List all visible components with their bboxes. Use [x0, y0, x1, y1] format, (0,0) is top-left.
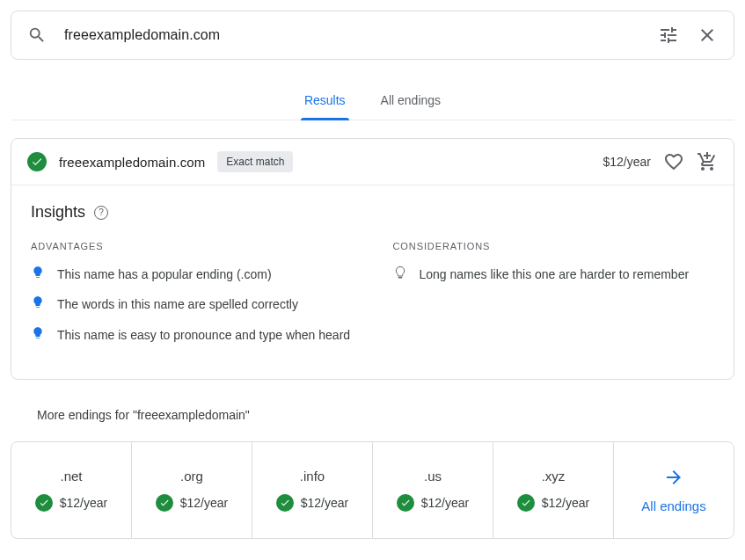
result-price: $12/year — [603, 155, 651, 169]
ending-name: .net — [60, 469, 82, 484]
search-icon — [27, 25, 47, 45]
ending-price: $12/year — [180, 496, 228, 510]
endings-grid: .net $12/year .org $12/year .info $12/ye… — [11, 441, 734, 539]
advantage-text: This name is easy to pronounce and type … — [57, 326, 350, 344]
ending-org[interactable]: .org $12/year — [132, 442, 252, 538]
result-card: freeexampledomain.com Exact match $12/ye… — [11, 138, 734, 380]
search-bar — [11, 11, 734, 60]
tune-icon[interactable] — [658, 25, 679, 46]
tab-results[interactable]: Results — [303, 84, 347, 120]
tabs: Results All endings — [11, 84, 734, 120]
ending-name: .info — [300, 469, 325, 484]
ending-price: $12/year — [60, 496, 107, 510]
bulb-icon — [31, 265, 45, 280]
check-icon — [27, 152, 47, 171]
list-item: This name has a popular ending (.com) — [31, 265, 353, 283]
domain-name: freeexampledomain.com — [59, 155, 205, 170]
close-icon[interactable] — [697, 25, 718, 46]
result-header: freeexampledomain.com Exact match $12/ye… — [11, 139, 734, 185]
advantage-text: The words in this name are spelled corre… — [57, 295, 298, 313]
all-endings-label: All endings — [641, 498, 705, 513]
exact-match-chip: Exact match — [217, 151, 293, 172]
check-icon — [397, 494, 414, 512]
list-item: This name is easy to pronounce and type … — [31, 326, 353, 344]
insights-title: Insights — [31, 203, 85, 222]
check-icon — [276, 494, 294, 512]
ending-name: .us — [424, 469, 442, 484]
considerations-heading: CONSIDERATIONS — [393, 241, 715, 251]
favorite-icon[interactable] — [663, 151, 684, 172]
bulb-outline-icon — [393, 265, 407, 280]
check-icon — [156, 494, 173, 512]
search-input[interactable] — [64, 27, 640, 43]
ending-price: $12/year — [301, 496, 348, 510]
ending-name: .xyz — [542, 469, 566, 484]
arrow-right-icon — [663, 467, 684, 491]
advantage-text: This name has a popular ending (.com) — [57, 265, 272, 283]
ending-xyz[interactable]: .xyz $12/year — [493, 442, 614, 538]
list-item: The words in this name are spelled corre… — [31, 295, 353, 313]
bulb-icon — [31, 295, 45, 309]
more-endings-heading: More endings for "freeexampledomain" — [37, 408, 734, 422]
bulb-icon — [31, 326, 45, 340]
ending-us[interactable]: .us $12/year — [373, 442, 493, 538]
list-item: Long names like this one are harder to r… — [393, 265, 715, 283]
check-icon — [35, 494, 53, 512]
ending-net[interactable]: .net $12/year — [11, 442, 132, 538]
ending-price: $12/year — [542, 496, 589, 510]
ending-name: .org — [180, 469, 203, 484]
ending-info[interactable]: .info $12/year — [252, 442, 373, 538]
considerations-column: CONSIDERATIONS Long names like this one … — [393, 241, 715, 356]
consideration-text: Long names like this one are harder to r… — [420, 265, 690, 283]
add-to-cart-icon[interactable] — [697, 151, 718, 172]
all-endings-link[interactable]: All endings — [614, 442, 734, 538]
insights-section: Insights ? ADVANTAGES This name has a po… — [11, 185, 734, 379]
advantages-heading: ADVANTAGES — [31, 241, 353, 251]
check-icon — [517, 494, 535, 512]
ending-price: $12/year — [421, 496, 469, 510]
advantages-column: ADVANTAGES This name has a popular endin… — [31, 241, 353, 356]
help-icon[interactable]: ? — [94, 206, 108, 220]
tab-all-endings[interactable]: All endings — [379, 84, 443, 120]
